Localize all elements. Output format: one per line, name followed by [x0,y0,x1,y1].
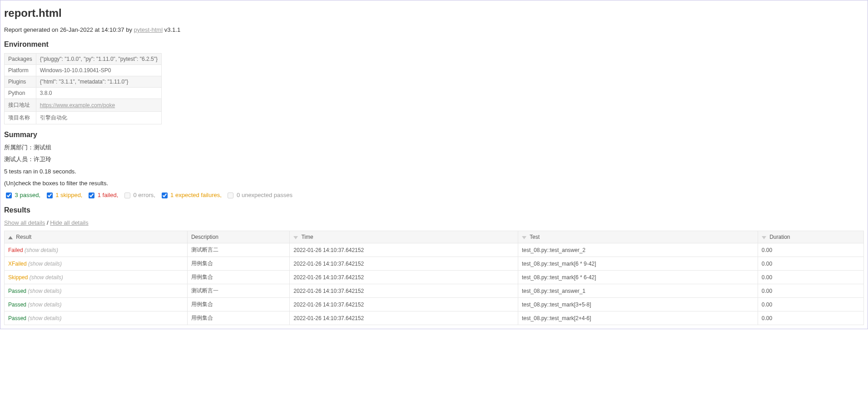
table-row: Passed (show details)用例集合2022-01-26 14:1… [5,311,864,325]
cell-duration: 0.00 [758,284,863,298]
results-toggle-links: Show all details / Hide all details [4,219,864,227]
environment-table: Packages{"pluggy": "1.0.0", "py": "1.11.… [4,53,162,124]
cell-duration: 0.00 [758,257,863,271]
col-duration[interactable]: Duration [758,231,863,243]
status-label: Passed [8,288,28,294]
col-time-label: Time [301,234,313,240]
show-details-link[interactable]: (show details) [28,301,61,308]
filter-xfailed[interactable]: 1 expected failures, [160,192,223,198]
env-key: Python [5,88,36,99]
filter-failed[interactable]: 1 failed, [87,192,120,198]
env-row: Python3.8.0 [5,88,162,99]
show-details-link[interactable]: (show details) [25,247,58,253]
env-key: Packages [5,54,36,65]
show-details-link[interactable]: (show details) [28,288,61,294]
col-result[interactable]: Result [5,231,188,243]
env-row: Plugins{"html": "3.1.1", "metadata": "1.… [5,76,162,88]
env-value: 引擎自动化 [36,112,161,124]
cell-description: 用例集合 [187,257,289,271]
filter-xpassed: 0 unexpected passes [226,192,292,198]
cell-time: 2022-01-26 14:10:37.642152 [290,311,518,325]
sort-asc-icon [8,236,13,239]
table-row: XFailed (show details)用例集合2022-01-26 14:… [5,257,864,271]
col-result-label: Result [16,234,31,240]
generator-link[interactable]: pytest-html [134,26,163,33]
cell-result: Passed (show details) [5,311,188,325]
summary-filter-hint: (Un)check the boxes to filter the result… [4,179,864,188]
cell-test: test_08.py::test_mark[6 * 6-42] [518,271,758,284]
cell-duration: 0.00 [758,243,863,257]
filter-passed[interactable]: 3 passed, [4,192,42,198]
summary-tests-ran: 5 tests ran in 0.18 seconds. [4,168,864,176]
env-row: Packages{"pluggy": "1.0.0", "py": "1.11.… [5,54,162,65]
env-link[interactable]: https://www.example.com/poke [40,102,115,109]
env-value: Windows-10-10.0.19041-SP0 [36,65,161,76]
filter-passed-checkbox[interactable] [6,193,12,198]
filter-xfailed-checkbox[interactable] [162,193,168,198]
results-heading: Results [4,206,864,214]
cell-time: 2022-01-26 14:10:37.642152 [290,271,518,284]
status-label: Skipped [8,274,30,281]
cell-duration: 0.00 [758,311,863,325]
env-key: Platform [5,65,36,76]
cell-duration: 0.00 [758,298,863,311]
env-row: PlatformWindows-10-10.0.19041-SP0 [5,65,162,76]
cell-test: test_08.py::test_mark[6 * 9-42] [518,257,758,271]
cell-description: 用例集合 [187,311,289,325]
summary-department: 所属部门：测试组 [4,143,864,152]
summary-tester: 测试人员：许卫玲 [4,155,864,163]
col-time[interactable]: Time [290,231,518,243]
filter-errors: 0 errors, [123,192,157,198]
sort-desc-icon [522,236,526,239]
filter-skipped[interactable]: 1 skipped, [45,192,84,198]
cell-test: test_08.py::test_answer_1 [518,284,758,298]
cell-result: XFailed (show details) [5,257,188,271]
show-all-details-link[interactable]: Show all details [4,219,45,226]
col-duration-label: Duration [769,234,790,240]
env-key: 接口地址 [5,99,36,112]
env-value: 3.8.0 [36,88,161,99]
env-value: {"pluggy": "1.0.0", "py": "1.11.0", "pyt… [36,54,161,65]
cell-description: 用例集合 [187,298,289,311]
cell-description: 测试断言二 [187,243,289,257]
env-row: 接口地址https://www.example.com/poke [5,99,162,112]
sort-desc-icon [293,236,298,239]
show-details-link[interactable]: (show details) [30,274,63,281]
cell-test: test_08.py::test_mark[2+4-6] [518,311,758,325]
col-test[interactable]: Test [518,231,758,243]
sort-desc-icon [762,236,766,239]
filter-skipped-label: 1 skipped, [54,192,84,198]
col-description[interactable]: Description [187,231,289,243]
hide-all-details-link[interactable]: Hide all details [50,219,89,226]
generated-prefix: Report generated on [4,26,60,33]
cell-time: 2022-01-26 14:10:37.642152 [290,284,518,298]
status-label: Passed [8,315,28,321]
cell-result: Skipped (show details) [5,271,188,284]
env-key: Plugins [5,76,36,88]
show-details-link[interactable]: (show details) [28,261,62,267]
results-table: Result Description Time Test Duration Fa… [4,231,864,325]
table-row: Passed (show details)用例集合2022-01-26 14:1… [5,298,864,311]
cell-duration: 0.00 [758,271,863,284]
table-row: Skipped (show details)用例集合2022-01-26 14:… [5,271,864,284]
cell-test: test_08.py::test_answer_2 [518,243,758,257]
report-generated-line: Report generated on 26-Jan-2022 at 14:10… [4,26,864,34]
filter-errors-label: 0 errors, [132,192,157,198]
filter-xpassed-checkbox [228,193,233,198]
filter-xfailed-label: 1 expected failures, [169,192,223,198]
by-text: by [126,26,134,33]
cell-description: 测试断言一 [187,284,289,298]
env-row: 项目名称引擎自动化 [5,112,162,124]
generated-on: 26-Jan-2022 at 14:10:37 [60,26,124,33]
table-row: Failed (show details)测试断言二2022-01-26 14:… [5,243,864,257]
status-label: Failed [8,247,25,253]
filter-failed-checkbox[interactable] [89,193,94,198]
cell-test: test_08.py::test_mark[3+5-8] [518,298,758,311]
table-row: Passed (show details)测试断言一2022-01-26 14:… [5,284,864,298]
summary-heading: Summary [4,131,864,139]
filter-xpassed-label: 0 unexpected passes [235,192,292,198]
filter-skipped-checkbox[interactable] [47,193,53,198]
filter-row: 3 passed, 1 skipped, 1 failed, 0 errors,… [4,191,864,200]
env-value[interactable]: https://www.example.com/poke [36,99,161,112]
show-details-link[interactable]: (show details) [28,315,61,321]
